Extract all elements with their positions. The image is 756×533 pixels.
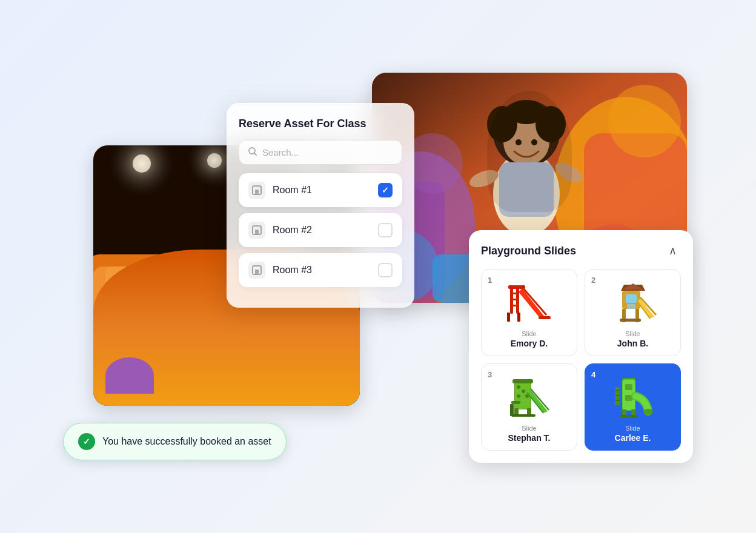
svg-rect-54 xyxy=(510,293,519,294)
svg-rect-12 xyxy=(142,266,166,327)
svg-point-72 xyxy=(517,385,520,389)
svg-rect-65 xyxy=(627,304,635,309)
slide-name-4: Carlee E. xyxy=(615,433,651,443)
panel-title: Playground Slides xyxy=(481,245,576,257)
svg-rect-68 xyxy=(620,319,641,322)
svg-rect-60 xyxy=(517,313,520,322)
svg-rect-71 xyxy=(512,379,533,383)
svg-rect-93 xyxy=(615,395,620,396)
slide-number-3: 3 xyxy=(488,370,492,379)
slide-type-2: Slide xyxy=(625,330,640,337)
slide-name-2: John B. xyxy=(617,339,648,348)
svg-line-45 xyxy=(254,153,257,156)
search-icon xyxy=(248,147,257,158)
svg-point-30 xyxy=(493,100,560,167)
checkbox-room-3[interactable] xyxy=(378,263,393,277)
svg-rect-6 xyxy=(93,339,360,406)
checkbox-room-1[interactable] xyxy=(378,183,393,197)
room-item-1[interactable]: Room #1 xyxy=(239,173,402,207)
svg-rect-51 xyxy=(255,270,259,274)
slide-name-3: Stephan T. xyxy=(508,433,550,443)
svg-rect-80 xyxy=(511,414,536,417)
modal-title: Reserve Asset For Class xyxy=(239,118,402,130)
svg-point-33 xyxy=(531,139,537,145)
svg-rect-55 xyxy=(510,299,519,300)
svg-rect-49 xyxy=(255,230,259,234)
room-item-2[interactable]: Room #2 xyxy=(239,213,402,247)
slides-grid: 1 xyxy=(481,269,681,451)
svg-rect-7 xyxy=(93,351,360,406)
svg-rect-94 xyxy=(615,400,620,401)
slide-card-4[interactable]: 4 xyxy=(585,363,681,451)
room-item-3[interactable]: Room #3 xyxy=(239,253,402,287)
svg-rect-11 xyxy=(105,266,130,327)
toast-message: You have successfully booked an asset xyxy=(102,436,271,447)
room-icon-3 xyxy=(248,262,265,279)
svg-point-31 xyxy=(503,119,549,165)
reserve-asset-modal: Reserve Asset For Class Search... Room #… xyxy=(227,103,414,308)
slide-card-2[interactable]: 2 xyxy=(585,269,681,356)
success-toast: You have successfully booked an asset xyxy=(63,423,287,460)
svg-point-86 xyxy=(643,409,653,415)
slide-number-4: 4 xyxy=(591,370,595,379)
svg-point-73 xyxy=(522,389,525,393)
svg-rect-47 xyxy=(255,190,259,194)
success-icon xyxy=(78,433,95,450)
svg-point-29 xyxy=(493,151,560,236)
collapse-button[interactable]: ∧ xyxy=(664,242,681,259)
room-label-2: Room #2 xyxy=(273,225,371,236)
slide-image-2 xyxy=(606,282,660,324)
svg-point-14 xyxy=(133,328,248,362)
room-label-1: Room #1 xyxy=(273,185,371,196)
slide-number-2: 2 xyxy=(591,276,595,285)
slide-image-4 xyxy=(606,376,660,419)
svg-rect-59 xyxy=(507,313,510,322)
svg-point-40 xyxy=(608,85,681,157)
slide-card-1[interactable]: 1 xyxy=(481,269,577,356)
svg-point-32 xyxy=(516,139,522,145)
panel-header: Playground Slides ∧ xyxy=(481,242,681,259)
slide-image-3 xyxy=(502,376,557,419)
slide-image-1 xyxy=(502,282,557,324)
svg-rect-18 xyxy=(263,315,354,363)
search-container[interactable]: Search... xyxy=(239,140,402,165)
svg-point-10 xyxy=(93,327,196,351)
slide-card-3[interactable]: 3 xyxy=(481,363,577,451)
svg-rect-84 xyxy=(625,384,632,390)
svg-point-15 xyxy=(139,330,242,354)
svg-rect-89 xyxy=(620,415,638,417)
svg-rect-56 xyxy=(510,305,519,306)
slide-name-1: Emory D. xyxy=(511,339,548,348)
svg-rect-58 xyxy=(539,316,551,319)
slide-type-4: Slide xyxy=(625,425,640,432)
svg-rect-22 xyxy=(142,369,263,394)
slide-type-1: Slide xyxy=(522,330,536,337)
search-placeholder: Search... xyxy=(262,147,299,157)
checkbox-room-2[interactable] xyxy=(378,223,393,237)
room-label-3: Room #3 xyxy=(273,265,371,276)
svg-point-74 xyxy=(517,394,520,398)
slide-type-3: Slide xyxy=(522,425,536,432)
room-icon-1 xyxy=(248,182,265,199)
room-icon-2 xyxy=(248,222,265,239)
svg-marker-83 xyxy=(622,378,635,379)
slide-number-1: 1 xyxy=(488,276,492,285)
svg-point-36 xyxy=(508,100,545,124)
svg-rect-78 xyxy=(511,401,520,404)
svg-rect-37 xyxy=(499,162,554,217)
svg-point-34 xyxy=(487,106,517,142)
svg-point-13 xyxy=(130,333,251,369)
svg-rect-92 xyxy=(615,390,620,391)
svg-rect-21 xyxy=(93,376,360,406)
playground-slides-panel: Playground Slides ∧ 1 xyxy=(469,230,693,463)
svg-point-35 xyxy=(536,106,566,142)
svg-rect-64 xyxy=(626,294,637,303)
